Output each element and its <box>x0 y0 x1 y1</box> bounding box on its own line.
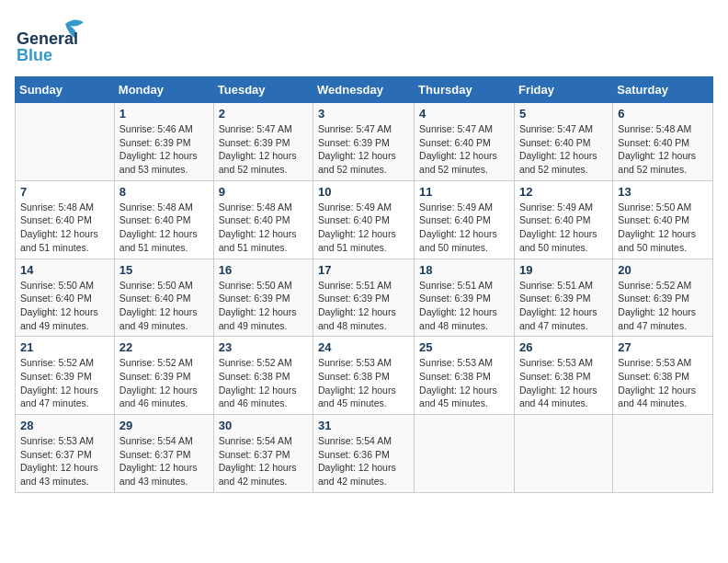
day-info: Sunrise: 5:49 AMSunset: 6:40 PMDaylight:… <box>318 201 409 255</box>
calendar-cell: 1Sunrise: 5:46 AMSunset: 6:39 PMDaylight… <box>114 103 213 181</box>
day-number: 18 <box>419 263 509 277</box>
day-number: 15 <box>119 263 209 277</box>
day-number: 26 <box>519 340 608 354</box>
day-number: 3 <box>318 107 409 121</box>
calendar-week-row: 28Sunrise: 5:53 AMSunset: 6:37 PMDayligh… <box>16 415 713 493</box>
day-info: Sunrise: 5:52 AMSunset: 6:39 PMDaylight:… <box>618 279 708 333</box>
calendar-cell: 27Sunrise: 5:53 AMSunset: 6:38 PMDayligh… <box>613 337 713 415</box>
day-info: Sunrise: 5:52 AMSunset: 6:38 PMDaylight:… <box>219 356 308 410</box>
calendar-cell: 30Sunrise: 5:54 AMSunset: 6:37 PMDayligh… <box>213 415 313 493</box>
calendar-week-row: 7Sunrise: 5:48 AMSunset: 6:40 PMDaylight… <box>16 180 713 259</box>
day-info: Sunrise: 5:52 AMSunset: 6:39 PMDaylight:… <box>20 356 109 410</box>
day-info: Sunrise: 5:52 AMSunset: 6:39 PMDaylight:… <box>119 356 209 410</box>
day-info: Sunrise: 5:54 AMSunset: 6:37 PMDaylight:… <box>219 434 308 488</box>
day-info: Sunrise: 5:51 AMSunset: 6:39 PMDaylight:… <box>519 279 608 333</box>
column-header-tuesday: Tuesday <box>213 77 313 103</box>
calendar-week-row: 14Sunrise: 5:50 AMSunset: 6:40 PMDayligh… <box>16 259 713 337</box>
calendar-cell: 26Sunrise: 5:53 AMSunset: 6:38 PMDayligh… <box>514 337 612 415</box>
day-number: 29 <box>119 419 209 432</box>
calendar-cell: 15Sunrise: 5:50 AMSunset: 6:40 PMDayligh… <box>114 259 213 337</box>
day-info: Sunrise: 5:49 AMSunset: 6:40 PMDaylight:… <box>419 201 509 255</box>
calendar-cell: 13Sunrise: 5:50 AMSunset: 6:40 PMDayligh… <box>613 180 713 259</box>
day-number: 28 <box>20 419 109 432</box>
calendar-cell: 12Sunrise: 5:49 AMSunset: 6:40 PMDayligh… <box>514 180 612 259</box>
day-number: 23 <box>219 340 308 354</box>
day-number: 12 <box>519 185 608 199</box>
calendar-cell: 22Sunrise: 5:52 AMSunset: 6:39 PMDayligh… <box>114 337 213 415</box>
calendar-cell: 17Sunrise: 5:51 AMSunset: 6:39 PMDayligh… <box>313 259 415 337</box>
calendar-week-row: 1Sunrise: 5:46 AMSunset: 6:39 PMDaylight… <box>16 103 713 181</box>
day-number: 1 <box>119 107 209 121</box>
day-info: Sunrise: 5:53 AMSunset: 6:38 PMDaylight:… <box>618 356 708 410</box>
day-number: 16 <box>219 263 308 277</box>
day-info: Sunrise: 5:47 AMSunset: 6:39 PMDaylight:… <box>318 122 409 177</box>
day-number: 4 <box>419 107 509 121</box>
calendar-cell: 3Sunrise: 5:47 AMSunset: 6:39 PMDaylight… <box>313 103 415 181</box>
page-header: General Blue <box>15 15 713 65</box>
day-info: Sunrise: 5:54 AMSunset: 6:36 PMDaylight:… <box>318 434 409 488</box>
calendar-cell: 9Sunrise: 5:48 AMSunset: 6:40 PMDaylight… <box>213 180 313 259</box>
day-number: 24 <box>318 340 409 354</box>
svg-text:General: General <box>17 29 78 48</box>
calendar-cell: 5Sunrise: 5:47 AMSunset: 6:40 PMDaylight… <box>514 103 612 181</box>
day-info: Sunrise: 5:47 AMSunset: 6:39 PMDaylight:… <box>219 122 308 177</box>
calendar-week-row: 21Sunrise: 5:52 AMSunset: 6:39 PMDayligh… <box>16 337 713 415</box>
day-number: 19 <box>519 263 608 277</box>
day-number: 14 <box>20 263 109 277</box>
day-number: 17 <box>318 263 409 277</box>
calendar-cell: 14Sunrise: 5:50 AMSunset: 6:40 PMDayligh… <box>16 259 115 337</box>
day-number: 9 <box>219 185 308 199</box>
day-info: Sunrise: 5:50 AMSunset: 6:40 PMDaylight:… <box>20 279 109 333</box>
logo-svg: General Blue <box>15 15 97 65</box>
calendar-cell: 11Sunrise: 5:49 AMSunset: 6:40 PMDayligh… <box>415 180 515 259</box>
day-info: Sunrise: 5:53 AMSunset: 6:38 PMDaylight:… <box>519 356 608 410</box>
column-header-thursday: Thursday <box>415 77 515 103</box>
day-number: 5 <box>519 107 608 121</box>
calendar-cell: 7Sunrise: 5:48 AMSunset: 6:40 PMDaylight… <box>16 180 115 259</box>
column-header-friday: Friday <box>514 77 612 103</box>
day-info: Sunrise: 5:54 AMSunset: 6:37 PMDaylight:… <box>119 434 209 488</box>
day-number: 21 <box>20 340 109 354</box>
calendar-cell <box>514 415 612 493</box>
day-number: 2 <box>219 107 308 121</box>
day-number: 13 <box>618 185 708 199</box>
calendar-cell <box>415 415 515 493</box>
day-info: Sunrise: 5:50 AMSunset: 6:40 PMDaylight:… <box>119 279 209 333</box>
calendar-cell: 23Sunrise: 5:52 AMSunset: 6:38 PMDayligh… <box>213 337 313 415</box>
calendar-cell: 2Sunrise: 5:47 AMSunset: 6:39 PMDaylight… <box>213 103 313 181</box>
day-info: Sunrise: 5:47 AMSunset: 6:40 PMDaylight:… <box>519 122 608 177</box>
logo: General Blue <box>15 15 97 65</box>
day-number: 30 <box>219 419 308 432</box>
calendar-header-row: SundayMondayTuesdayWednesdayThursdayFrid… <box>16 77 713 103</box>
day-info: Sunrise: 5:50 AMSunset: 6:39 PMDaylight:… <box>219 279 308 333</box>
calendar-cell: 19Sunrise: 5:51 AMSunset: 6:39 PMDayligh… <box>514 259 612 337</box>
day-info: Sunrise: 5:53 AMSunset: 6:37 PMDaylight:… <box>20 434 109 488</box>
column-header-saturday: Saturday <box>613 77 713 103</box>
calendar-cell <box>613 415 713 493</box>
calendar-cell: 6Sunrise: 5:48 AMSunset: 6:40 PMDaylight… <box>613 103 713 181</box>
calendar-cell: 29Sunrise: 5:54 AMSunset: 6:37 PMDayligh… <box>114 415 213 493</box>
day-info: Sunrise: 5:49 AMSunset: 6:40 PMDaylight:… <box>519 201 608 255</box>
day-number: 8 <box>119 185 209 199</box>
day-number: 31 <box>318 419 409 432</box>
day-number: 7 <box>20 185 109 199</box>
calendar-cell <box>16 103 115 181</box>
day-info: Sunrise: 5:53 AMSunset: 6:38 PMDaylight:… <box>419 356 509 410</box>
calendar-cell: 10Sunrise: 5:49 AMSunset: 6:40 PMDayligh… <box>313 180 415 259</box>
calendar-cell: 8Sunrise: 5:48 AMSunset: 6:40 PMDaylight… <box>114 180 213 259</box>
day-number: 22 <box>119 340 209 354</box>
day-info: Sunrise: 5:51 AMSunset: 6:39 PMDaylight:… <box>318 279 409 333</box>
calendar-cell: 16Sunrise: 5:50 AMSunset: 6:39 PMDayligh… <box>213 259 313 337</box>
day-number: 6 <box>618 107 708 121</box>
column-header-wednesday: Wednesday <box>313 77 415 103</box>
day-number: 25 <box>419 340 509 354</box>
day-info: Sunrise: 5:50 AMSunset: 6:40 PMDaylight:… <box>618 201 708 255</box>
svg-text:Blue: Blue <box>17 46 52 64</box>
day-number: 11 <box>419 185 509 199</box>
calendar-cell: 21Sunrise: 5:52 AMSunset: 6:39 PMDayligh… <box>16 337 115 415</box>
calendar-cell: 28Sunrise: 5:53 AMSunset: 6:37 PMDayligh… <box>16 415 115 493</box>
day-info: Sunrise: 5:51 AMSunset: 6:39 PMDaylight:… <box>419 279 509 333</box>
column-header-monday: Monday <box>114 77 213 103</box>
calendar-cell: 20Sunrise: 5:52 AMSunset: 6:39 PMDayligh… <box>613 259 713 337</box>
calendar-cell: 24Sunrise: 5:53 AMSunset: 6:38 PMDayligh… <box>313 337 415 415</box>
